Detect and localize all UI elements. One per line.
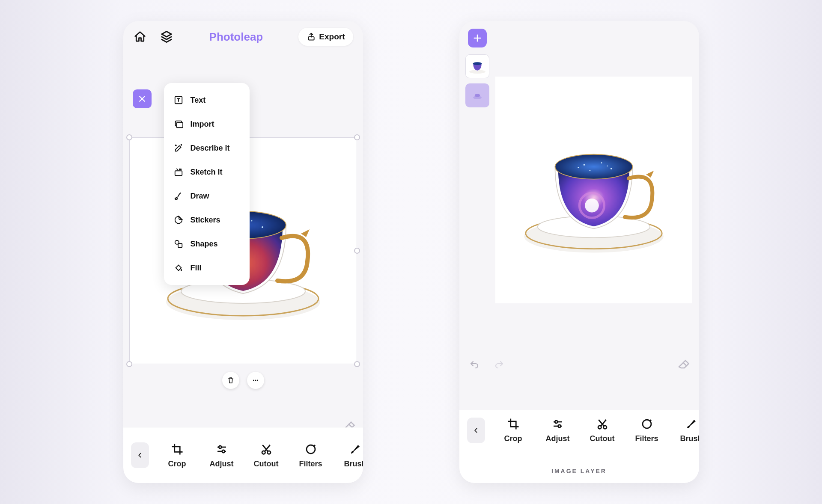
eraser-icon[interactable]: [677, 357, 690, 370]
resize-handle[interactable]: [126, 134, 132, 140]
back-button[interactable]: [131, 442, 149, 468]
export-button[interactable]: Export: [298, 28, 353, 46]
menu-item-label: Import: [191, 120, 214, 129]
svg-point-25: [255, 380, 256, 381]
svg-marker-0: [161, 32, 171, 37]
add-layer-button[interactable]: [468, 29, 487, 47]
resize-handle[interactable]: [354, 248, 360, 254]
svg-point-43: [585, 199, 599, 213]
svg-point-8: [181, 145, 182, 145]
resize-handle[interactable]: [354, 361, 360, 367]
tool-label: Crop: [504, 434, 522, 443]
undo-button[interactable]: [467, 359, 482, 371]
tool-label: Filters: [299, 460, 322, 468]
redo-button[interactable]: [492, 359, 506, 371]
tool-label: Crop: [168, 460, 186, 468]
adjust-icon: [551, 417, 565, 431]
tool-crop[interactable]: Crop: [491, 417, 536, 443]
menu-item-label: Describe it: [191, 144, 230, 153]
tool-cutout[interactable]: Cutout: [244, 442, 289, 468]
menu-item-label: Fill: [191, 264, 202, 273]
brush-icon: [348, 442, 362, 456]
top-bar: Photoleap Export: [123, 21, 363, 50]
phone-left: Photoleap Export Text Import Describe it: [123, 21, 363, 483]
svg-point-51: [607, 166, 608, 166]
filters-icon: [304, 442, 318, 456]
menu-item-label: Draw: [191, 192, 209, 201]
delete-button[interactable]: [222, 372, 239, 389]
svg-point-29: [219, 445, 221, 448]
tool-label: Cutout: [254, 460, 279, 468]
svg-point-19: [251, 220, 252, 222]
text-icon: [173, 95, 184, 105]
back-button[interactable]: [467, 418, 485, 443]
cutout-icon: [259, 442, 273, 456]
layer-thumbnail-2[interactable]: [465, 83, 489, 107]
canvas[interactable]: [495, 77, 692, 303]
tool-label: Adjust: [546, 434, 570, 443]
svg-point-55: [555, 421, 557, 423]
cutout-icon: [596, 417, 609, 431]
adjust-icon: [215, 442, 229, 456]
brush-icon: [685, 417, 698, 431]
svg-point-10: [180, 169, 181, 170]
layers-icon[interactable]: [159, 30, 174, 44]
svg-point-24: [253, 380, 254, 381]
svg-point-47: [601, 162, 602, 163]
svg-rect-9: [175, 171, 182, 175]
resize-handle[interactable]: [354, 134, 360, 140]
more-button[interactable]: [247, 372, 264, 389]
menu-item-text[interactable]: Text: [164, 88, 250, 112]
svg-point-59: [643, 420, 651, 428]
menu-item-describe[interactable]: Describe it: [164, 136, 250, 160]
svg-point-20: [262, 226, 263, 228]
svg-point-11: [175, 198, 177, 200]
shapes-icon: [173, 239, 184, 249]
crop-icon: [170, 442, 184, 456]
svg-point-37: [473, 62, 482, 65]
tool-adjust[interactable]: Adjust: [200, 442, 244, 468]
bottom-toolbar: Crop Adjust Cutout Filters Brush: [459, 410, 699, 483]
tool-label: Filters: [635, 434, 658, 443]
home-icon[interactable]: [133, 30, 147, 44]
tool-crop[interactable]: Crop: [155, 442, 200, 468]
svg-point-39: [474, 94, 480, 97]
menu-item-import[interactable]: Import: [164, 112, 250, 136]
tool-cutout[interactable]: Cutout: [580, 417, 625, 443]
tool-label: Brush: [344, 460, 363, 468]
canvas-image: [512, 109, 675, 271]
tool-filters[interactable]: Filters: [625, 417, 669, 443]
tool-adjust[interactable]: Adjust: [536, 417, 580, 443]
layer-caption: IMAGE LAYER: [459, 468, 699, 474]
tool-filters[interactable]: Filters: [289, 442, 333, 468]
menu-item-draw[interactable]: Draw: [164, 184, 250, 208]
svg-point-33: [307, 445, 315, 454]
svg-point-7: [175, 145, 176, 146]
describe-icon: [173, 143, 184, 153]
svg-rect-13: [178, 243, 182, 247]
layer-thumbnail-1[interactable]: [465, 54, 489, 78]
svg-point-49: [589, 170, 590, 171]
menu-item-sketch[interactable]: Sketch it: [164, 160, 250, 184]
tool-label: Adjust: [210, 460, 234, 468]
stickers-icon: [173, 215, 184, 225]
menu-item-label: Sketch it: [191, 168, 223, 177]
menu-item-shapes[interactable]: Shapes: [164, 232, 250, 256]
tool-brush[interactable]: Brush: [669, 417, 699, 443]
tool-brush[interactable]: Brush: [333, 442, 363, 468]
menu-item-stickers[interactable]: Stickers: [164, 208, 250, 232]
svg-rect-6: [176, 122, 183, 127]
menu-item-fill[interactable]: Fill: [164, 256, 250, 280]
close-button[interactable]: [133, 89, 152, 108]
sketch-icon: [173, 167, 184, 177]
svg-point-56: [558, 425, 560, 427]
menu-item-label: Shapes: [191, 240, 218, 249]
crop-icon: [506, 417, 520, 431]
resize-handle[interactable]: [126, 361, 132, 367]
phone-right: Crop Adjust Cutout Filters Brush: [459, 21, 699, 483]
add-layer-menu: Text Import Describe it Sketch it Draw: [164, 83, 250, 285]
filters-icon: [640, 417, 654, 431]
menu-item-label: Text: [191, 96, 206, 105]
menu-item-label: Stickers: [191, 216, 220, 225]
export-label: Export: [319, 32, 345, 42]
